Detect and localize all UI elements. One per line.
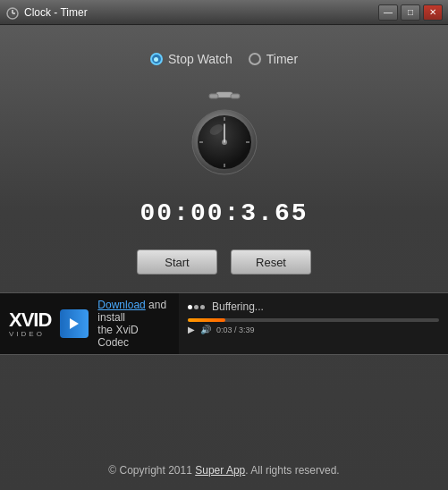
buffering-text: Buffering... <box>212 300 264 313</box>
buffering-row: Buffering... <box>188 300 264 313</box>
title-bar-buttons: — □ ✕ <box>378 4 443 21</box>
footer: © Copyright 2011 Super App. All rights r… <box>0 464 448 477</box>
dot2 <box>194 305 199 309</box>
action-buttons: Start Reset <box>137 249 311 275</box>
download-arrow-icon[interactable] <box>60 309 89 338</box>
xvid-brand: XVID <box>9 310 51 330</box>
super-app-link[interactable]: Super App <box>195 464 245 477</box>
svg-rect-7 <box>231 94 240 98</box>
rights-text: . All rights reserved. <box>245 464 339 477</box>
spinner-icon <box>188 305 205 309</box>
mode-selector: Stop Watch Timer <box>150 52 298 66</box>
progress-bar[interactable] <box>188 318 439 322</box>
video-controls: ▶ 🔊 0:03 / 3:39 <box>188 325 439 334</box>
download-link[interactable]: Download <box>97 299 145 311</box>
app-icon <box>5 5 20 20</box>
video-progress: ▶ 🔊 0:03 / 3:39 <box>188 318 439 334</box>
stopwatch-label: Stop Watch <box>168 52 232 66</box>
dot1 <box>188 305 192 309</box>
window-title: Clock - Timer <box>24 6 88 19</box>
volume-icon[interactable]: 🔊 <box>200 325 211 334</box>
dot3 <box>200 305 205 309</box>
time-display: 00:00:3.65 <box>139 199 308 227</box>
stopwatch-radio-circle <box>150 53 163 65</box>
xvid-logo: XVID VIDEO <box>9 310 51 338</box>
title-bar: Clock - Timer — □ ✕ <box>0 0 448 25</box>
svg-rect-5 <box>216 92 232 97</box>
ad-banner: XVID VIDEO Download and install the XviD… <box>0 292 448 355</box>
progress-fill <box>188 318 225 322</box>
timer-label: Timer <box>266 52 298 66</box>
maximize-button[interactable]: □ <box>401 4 420 21</box>
start-button[interactable]: Start <box>137 249 217 275</box>
timer-radio[interactable]: Timer <box>249 52 298 66</box>
svg-rect-6 <box>209 94 218 98</box>
stopwatch-icon <box>184 89 265 182</box>
play-icon[interactable]: ▶ <box>188 325 195 334</box>
minimize-button[interactable]: — <box>378 4 398 21</box>
video-time: 0:03 / 3:39 <box>216 325 255 334</box>
svg-marker-17 <box>70 318 79 329</box>
xvid-sub: VIDEO <box>9 330 45 338</box>
copyright-text: © Copyright 2011 <box>108 464 195 477</box>
close-button[interactable]: ✕ <box>423 4 443 21</box>
stopwatch-radio[interactable]: Stop Watch <box>150 52 232 66</box>
ad-text: Download and install the XviD Codec <box>97 299 170 349</box>
ad-left: XVID VIDEO Download and install the XviD… <box>0 293 179 354</box>
main-content: Stop Watch Timer <box>0 25 448 490</box>
ad-right: Buffering... ▶ 🔊 0:03 / 3:39 <box>179 293 448 354</box>
reset-button[interactable]: Reset <box>231 249 311 275</box>
timer-radio-circle <box>249 53 261 65</box>
codec-text: the XviD Codec <box>97 324 170 349</box>
title-bar-left: Clock - Timer <box>5 5 88 20</box>
